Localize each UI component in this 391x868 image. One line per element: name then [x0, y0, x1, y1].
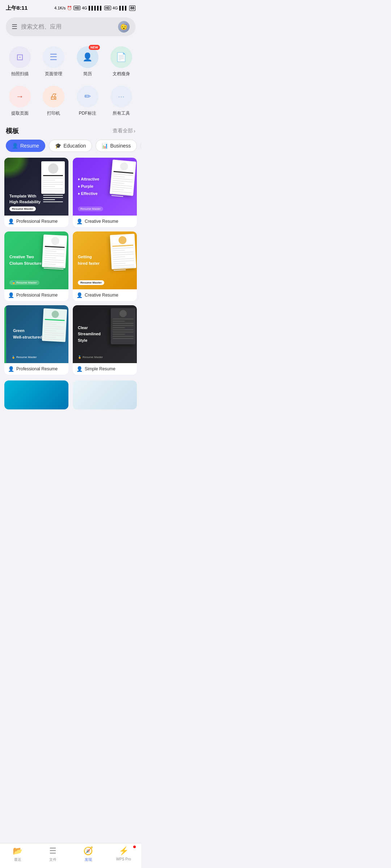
extract-icon-wrap: →	[9, 86, 31, 107]
tool-scan[interactable]: ⊡ 拍照扫描	[3, 42, 37, 81]
chevron-right-icon: ›	[134, 128, 135, 134]
page-label: 页面管理	[45, 71, 62, 77]
tool-grid: ⊡ 拍照扫描 ☰ 页面管理 👤 NEW 简历 📄 文档瘦身 →	[3, 42, 138, 121]
tool-resume[interactable]: 👤 NEW 简历	[71, 42, 105, 81]
template-thumb-5: GreenWell-structured 🏅 Resume Master	[4, 305, 68, 363]
thumb-2-badge: Resume Master	[78, 207, 103, 211]
tool-page[interactable]: ☰ 页面管理	[37, 42, 71, 81]
status-bar: 上午8:11 4.1K/s ⏰ HD 4G ▌▌▌▌▌ HD 4G ▌▌▌ 88	[0, 0, 141, 14]
thumb-5-badge-icon: 🏅	[12, 356, 15, 359]
hd-icon2: HD	[104, 6, 111, 10]
thumb-6-badge: 🏅 Resume Master	[78, 356, 103, 359]
paper-document-1	[41, 161, 65, 194]
avatar-icon: 😴	[120, 24, 127, 30]
avatar[interactable]: 😴	[118, 21, 130, 33]
business-tab-icon: 📊	[102, 143, 108, 149]
template-grid: Template WithHigh Readability Resume Mas…	[0, 158, 141, 380]
search-input[interactable]: 搜索文档、应用	[21, 23, 114, 31]
template-card-8[interactable]	[73, 380, 137, 409]
template-info-3: 👤 Professional Resume	[4, 289, 68, 301]
template-card-2[interactable]: ♦ Attractive♦ Purple♦ Effective Resume M…	[73, 158, 137, 227]
paper-document-6	[111, 308, 135, 344]
print-label: 打印机	[47, 110, 60, 116]
slim-icon: 📄	[116, 52, 127, 62]
alarm-icon: ⏰	[67, 6, 72, 10]
signal-bars-icon1: ▌▌▌▌▌	[89, 6, 103, 10]
user-icon-3: 👤	[8, 292, 14, 298]
leaves-decor	[4, 158, 30, 179]
section-title: 模板	[6, 127, 19, 135]
template-name-5: Professional Resume	[16, 366, 58, 371]
green-bar	[4, 305, 6, 363]
thumb-1-heading: Template WithHigh Readability	[9, 193, 41, 205]
user-icon-4: 👤	[76, 292, 83, 298]
signal-4g-icon: 4G	[82, 6, 87, 10]
tab-business[interactable]: 📊 Business	[96, 140, 137, 152]
resume-tab-label: Resume	[20, 143, 39, 149]
thumb-5-heading: GreenWell-structured	[9, 328, 42, 340]
education-tab-icon: 🎓	[55, 143, 61, 149]
tool-slim[interactable]: 📄 文档瘦身	[105, 42, 139, 81]
template-card-6[interactable]: ClearStreamlinedStyle 🏅 Resume Master 👤 …	[73, 305, 137, 375]
user-icon-2: 👤	[76, 218, 83, 224]
template-thumb-8	[73, 380, 137, 409]
paper-document-2	[110, 159, 136, 196]
extract-icon: →	[16, 92, 24, 101]
tab-education[interactable]: 🎓 Education	[49, 140, 92, 152]
signal-4g-icon2: 4G	[113, 6, 118, 10]
template-card-3[interactable]: Creative TwoClolum Structure 🏅 Resume Ma…	[4, 231, 68, 301]
tool-extract[interactable]: → 提取页面	[3, 81, 37, 121]
user-icon-1: 👤	[8, 218, 14, 224]
template-card-5[interactable]: GreenWell-structured 🏅 Resume Master 👤 P…	[4, 305, 68, 375]
education-tab-label: Education	[63, 143, 86, 149]
page-icon: ☰	[50, 52, 58, 62]
tool-all[interactable]: ··· 所有工具	[105, 81, 139, 121]
resume-icon-wrap: 👤 NEW	[77, 46, 98, 68]
business-tab-label: Business	[110, 143, 131, 149]
section-header: 模板 查看全部 ›	[0, 124, 141, 140]
user-icon-6: 👤	[76, 366, 83, 372]
view-all-button[interactable]: 查看全部 ›	[113, 128, 135, 134]
tool-print[interactable]: 🖨 打印机	[37, 81, 71, 121]
tool-pdf[interactable]: ✏ PDF标注	[71, 81, 105, 121]
thumb-2-heading: ♦ Attractive♦ Purple♦ Effective	[78, 176, 99, 197]
pdf-icon: ✏	[84, 92, 91, 101]
category-tabs: 👤 Resume 🎓 Education 📊 Business 📄 Letter	[0, 140, 141, 158]
thumb-4-badge: Resume Master	[78, 280, 104, 285]
tab-resume[interactable]: 👤 Resume	[6, 140, 45, 152]
thumb-1-badge: Resume Master	[9, 207, 36, 211]
template-thumb-4: Gettinghired faster Resume Master	[73, 231, 137, 289]
template-card-7[interactable]	[4, 380, 68, 409]
thumb-4-heading: Gettinghired faster	[78, 254, 100, 267]
hamburger-icon[interactable]: ☰	[12, 24, 17, 30]
scan-label: 拍照扫描	[11, 71, 29, 77]
extract-label: 提取页面	[11, 110, 29, 116]
template-thumb-3: Creative TwoClolum Structure 🏅 Resume Ma…	[4, 231, 68, 289]
new-badge: NEW	[89, 45, 100, 50]
template-card-1[interactable]: Template WithHigh Readability Resume Mas…	[4, 158, 68, 227]
resume-label: 简历	[83, 71, 92, 77]
page-icon-wrap: ☰	[43, 46, 64, 68]
resume-tab-icon: 👤	[12, 143, 18, 149]
slim-icon-wrap: 📄	[110, 46, 132, 68]
paper-document-5	[42, 308, 67, 342]
all-tools-label: 所有工具	[113, 110, 130, 116]
status-icons: 4.1K/s ⏰ HD 4G ▌▌▌▌▌ HD 4G ▌▌▌ 88	[54, 5, 135, 11]
thumb-3-heading: Creative TwoClolum Structure	[9, 254, 42, 267]
template-card-4[interactable]: Gettinghired faster Resume Master 👤 Crea…	[73, 231, 137, 301]
more-icon: ···	[118, 93, 125, 101]
template-name-1: Professional Resume	[16, 219, 58, 224]
paper-document-3	[42, 234, 67, 268]
network-speed: 4.1K/s	[54, 6, 66, 10]
pdf-label: PDF标注	[79, 110, 96, 116]
template-info-6: 👤 Simple Resume	[73, 363, 137, 375]
hd-icon1: HD	[73, 6, 80, 10]
tab-letter[interactable]: 📄 Letter	[140, 140, 141, 152]
template-info-4: 👤 Creative Resume	[73, 289, 137, 301]
search-bar[interactable]: ☰ 搜索文档、应用 😴	[6, 17, 135, 36]
status-time: 上午8:11	[6, 5, 28, 12]
scan-icon: ⊡	[16, 52, 24, 62]
template-thumb-6: ClearStreamlinedStyle 🏅 Resume Master	[73, 305, 137, 363]
template-name-6: Simple Resume	[85, 366, 115, 371]
resume-icon: 👤	[83, 52, 92, 62]
